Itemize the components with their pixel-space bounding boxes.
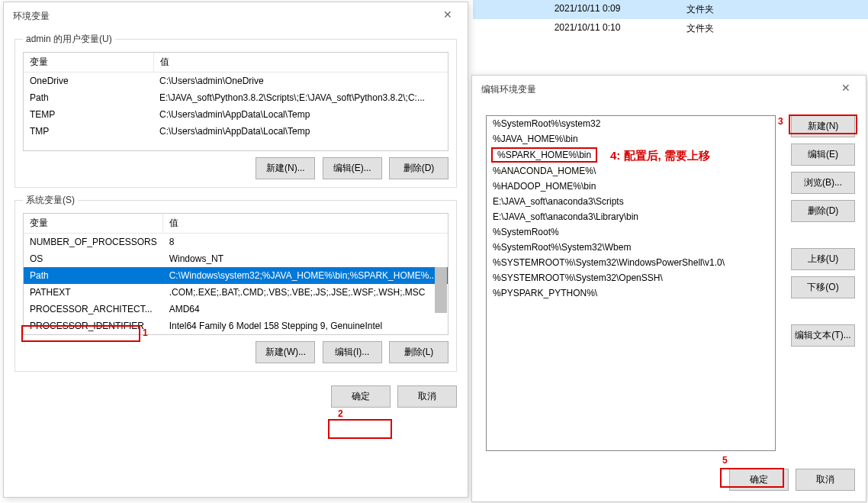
move-up-button[interactable]: 上移(U)	[791, 248, 855, 270]
path-listbox[interactable]: %SystemRoot%\system32 %JAVA_HOME%\bin %S…	[486, 115, 776, 451]
table-row[interactable]: PROCESSOR_IDENTIFIERIntel64 Family 6 Mod…	[24, 318, 448, 334]
list-item-spark[interactable]: %SPARK_HOME%\bin	[491, 147, 597, 163]
table-row[interactable]: OSWindows_NT	[24, 250, 448, 267]
user-vars-buttons: 新建(N)... 编辑(E)... 删除(D)	[23, 157, 448, 179]
list-item[interactable]: %SystemRoot%\system32	[487, 116, 775, 131]
ok-button[interactable]: 确定	[729, 469, 789, 491]
col-value[interactable]: 值	[153, 53, 448, 73]
list-item[interactable]: %SYSTEMROOT%\System32\OpenSSH\	[487, 270, 775, 285]
table-row-path[interactable]: PathC:\Windows\system32;%JAVA_HOME%\bin;…	[24, 267, 448, 284]
delete-button[interactable]: 删除(D)	[389, 157, 448, 179]
list-item[interactable]: %SYSTEMROOT%\System32\WindowsPowerShell\…	[487, 255, 775, 270]
sys-vars-table-wrap[interactable]: 变量 值 NUMBER_OF_PROCESSORS8 OSWindows_NT …	[23, 213, 448, 335]
table-header: 变量 值	[24, 53, 448, 73]
table-row[interactable]: TEMPC:\Users\admin\AppData\Local\Temp	[24, 106, 448, 123]
browse-button[interactable]: 浏览(B)...	[791, 172, 855, 194]
list-item[interactable]: E:\JAVA_soft\anaconda3\Scripts	[487, 194, 775, 209]
edit-path-dialog: 编辑环境变量 ✕ %SystemRoot%\system32 %JAVA_HOM…	[471, 75, 866, 502]
path-listbox-wrap: %SystemRoot%\system32 %JAVA_HOME%\bin %S…	[486, 115, 776, 451]
titlebar: 环境变量 ✕	[4, 2, 468, 27]
cancel-button[interactable]: 取消	[397, 385, 457, 408]
edit-button[interactable]: 编辑(E)	[791, 143, 855, 166]
table-row[interactable]: PROCESSOR_ARCHITECT...AMD64	[24, 301, 448, 318]
edit-button[interactable]: 编辑(I)...	[323, 341, 382, 363]
user-vars-group: admin 的用户变量(U) 变量 值 OneDriveC:\Users\adm…	[14, 33, 457, 188]
edit-text-button[interactable]: 编辑文本(T)...	[791, 324, 855, 347]
env-vars-dialog: 环境变量 ✕ admin 的用户变量(U) 变量 值 OneDriveC:\Us…	[3, 2, 468, 498]
bg-type: 文件夹	[686, 22, 763, 35]
list-item[interactable]: %SystemRoot%	[487, 224, 775, 240]
user-vars-legend: admin 的用户变量(U)	[23, 33, 115, 46]
right-button-col: 新建(N) 编辑(E) 浏览(B)... 删除(D) 上移(U) 下移(O) 编…	[786, 115, 855, 347]
user-vars-table-wrap[interactable]: 变量 值 OneDriveC:\Users\admin\OneDrive Pat…	[23, 52, 448, 151]
table-row[interactable]: TMPC:\Users\admin\AppData\Local\Temp	[24, 123, 448, 140]
sys-vars-legend: 系统变量(S)	[23, 194, 78, 207]
user-vars-table: 变量 值 OneDriveC:\Users\admin\OneDrive Pat…	[24, 53, 448, 140]
dialog-footer: 确定 取消	[725, 469, 855, 491]
list-item[interactable]: %SystemRoot%\System32\Wbem	[487, 240, 775, 255]
scrollbar-thumb[interactable]	[435, 267, 447, 313]
bg-row: 2021/10/11 0:09 文件夹	[473, 0, 868, 19]
list-item[interactable]: %HADOOP_HOME%\bin	[487, 179, 775, 194]
list-item[interactable]: %JAVA_HOME%\bin	[487, 131, 775, 147]
dialog-footer: 确定 取消	[4, 378, 468, 418]
file-explorer-background: 2021/10/11 0:09 文件夹 2021/10/11 0:10 文件夹	[473, 0, 868, 38]
sys-vars-buttons: 新建(W)... 编辑(I)... 删除(L)	[23, 341, 448, 363]
cancel-button[interactable]: 取消	[796, 469, 855, 491]
sys-vars-group: 系统变量(S) 变量 值 NUMBER_OF_PROCESSORS8 OSWin…	[14, 194, 457, 372]
delete-button[interactable]: 删除(L)	[389, 341, 448, 363]
titlebar: 编辑环境变量 ✕	[472, 76, 866, 100]
ok-button[interactable]: 确定	[331, 385, 391, 408]
col-value[interactable]: 值	[163, 214, 448, 234]
table-row[interactable]: PathE:\JAVA_soft\Python3.8.2\Scripts\;E:…	[24, 89, 448, 106]
col-name[interactable]: 变量	[24, 214, 163, 234]
list-item[interactable]: E:\JAVA_soft\anaconda3\Library\bin	[487, 209, 775, 224]
table-row[interactable]: OneDriveC:\Users\admin\OneDrive	[24, 73, 448, 90]
new-button[interactable]: 新建(N)	[791, 115, 855, 137]
edit-button[interactable]: 编辑(E)...	[323, 157, 382, 179]
dialog-title: 编辑环境变量	[481, 83, 536, 96]
bg-row: 2021/10/11 0:10 文件夹	[473, 19, 868, 38]
new-button[interactable]: 新建(N)...	[256, 157, 315, 179]
new-button[interactable]: 新建(W)...	[256, 341, 315, 363]
close-icon[interactable]: ✕	[437, 8, 458, 24]
list-item[interactable]: %ANACONDA_HOME%\	[487, 163, 775, 179]
table-row[interactable]: NUMBER_OF_PROCESSORS8	[24, 234, 448, 251]
close-icon[interactable]: ✕	[835, 82, 857, 97]
move-down-button[interactable]: 下移(O)	[791, 276, 855, 298]
table-row[interactable]: PROCESSOR_LEVEL6	[24, 334, 448, 335]
col-name[interactable]: 变量	[24, 53, 153, 73]
bg-date: 2021/10/11 0:09	[488, 3, 686, 16]
list-item[interactable]: %PYSPARK_PYTHON%\	[487, 285, 775, 301]
table-header: 变量 值	[24, 214, 448, 234]
dialog-title: 环境变量	[13, 10, 50, 23]
delete-button[interactable]: 删除(D)	[791, 200, 855, 222]
bg-type: 文件夹	[686, 3, 763, 16]
bg-date: 2021/10/11 0:10	[488, 22, 686, 35]
sys-vars-table: 变量 值 NUMBER_OF_PROCESSORS8 OSWindows_NT …	[24, 214, 448, 335]
table-row[interactable]: PATHEXT.COM;.EXE;.BAT;.CMD;.VBS;.VBE;.JS…	[24, 284, 448, 301]
